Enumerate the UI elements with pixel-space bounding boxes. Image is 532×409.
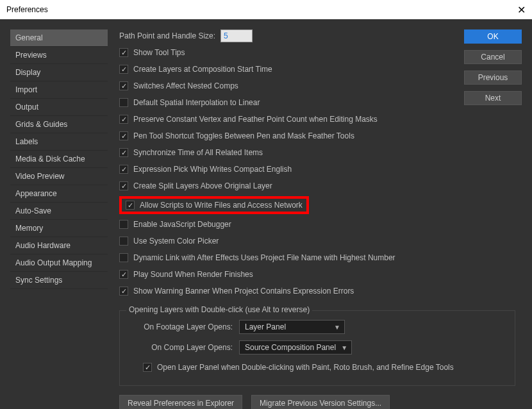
pref-row: Show Tool Tips — [119, 46, 515, 59]
sidebar-item-audio-output-mapping[interactable]: Audio Output Mapping — [10, 255, 108, 272]
cancel-button[interactable]: Cancel — [464, 50, 522, 64]
comp-layer-value: Source Composition Panel — [245, 343, 336, 352]
checkbox-label: Default Spatial Interpolation to Linear — [133, 98, 260, 107]
pref-row: Use System Color Picker — [119, 235, 515, 247]
checkbox[interactable] — [119, 98, 128, 107]
chevron-down-icon: ▼ — [334, 324, 340, 331]
handle-size-row: Path Point and Handle Size: — [119, 29, 515, 42]
pref-row: Dynamic Link with After Effects Uses Pro… — [119, 251, 515, 264]
sidebar-item-video-preview[interactable]: Video Preview — [10, 168, 108, 185]
opening-layers-group: Opening Layers with Double-click (use Al… — [119, 310, 515, 386]
reveal-preferences-button[interactable]: Reveal Preferences in Explorer — [119, 395, 242, 409]
pref-row: Allow Scripts to Write Files and Access … — [119, 196, 515, 214]
checkbox[interactable] — [119, 165, 128, 174]
open-layer-panel-label: Open Layer Panel when Double-clicking wi… — [157, 363, 454, 372]
pref-row: Switches Affect Nested Comps — [119, 79, 515, 92]
sidebar-item-previews[interactable]: Previews — [10, 47, 108, 64]
checkbox-label: Play Sound When Render Finishes — [133, 270, 253, 279]
sidebar-item-general[interactable]: General — [10, 29, 108, 47]
sidebar-item-audio-hardware[interactable]: Audio Hardware — [10, 237, 108, 255]
checkbox[interactable] — [126, 201, 135, 210]
preferences-sidebar: GeneralPreviewsDisplayImportOutputGrids … — [10, 29, 108, 399]
footage-layer-value: Layer Panel — [245, 322, 286, 331]
sidebar-item-display[interactable]: Display — [10, 64, 108, 81]
migrate-settings-button[interactable]: Migrate Previous Version Settings... — [251, 395, 390, 409]
dialog-action-buttons: OK Cancel Previous Next — [464, 29, 522, 105]
checkbox-label: Allow Scripts to Write Files and Access … — [140, 201, 303, 210]
checkbox-label: Enable JavaScript Debugger — [133, 220, 231, 229]
footage-layer-label: On Footage Layer Opens: — [130, 322, 233, 331]
sidebar-item-output[interactable]: Output — [10, 99, 108, 116]
pref-row: Synchronize Time of All Related Items — [119, 146, 515, 159]
preferences-main: Path Point and Handle Size: Show Tool Ti… — [113, 29, 522, 399]
checkbox[interactable] — [119, 81, 128, 90]
pref-row: Create Split Layers Above Original Layer — [119, 179, 515, 192]
checkbox-label: Expression Pick Whip Writes Compact Engl… — [133, 165, 292, 174]
checkbox[interactable] — [119, 131, 128, 140]
sidebar-item-media-disk-cache[interactable]: Media & Disk Cache — [10, 151, 108, 168]
title-bar: Preferences ✕ — [0, 0, 532, 19]
checkbox[interactable] — [119, 65, 128, 74]
window-title: Preferences — [6, 5, 48, 14]
checkbox[interactable] — [119, 220, 128, 229]
pref-row: Preserve Constant Vertex and Feather Poi… — [119, 113, 515, 126]
checkbox[interactable] — [119, 48, 128, 57]
open-layer-panel-checkbox[interactable] — [143, 363, 152, 372]
handle-size-input[interactable] — [220, 29, 253, 42]
previous-button[interactable]: Previous — [464, 71, 522, 85]
checkbox-label: Show Warning Banner When Project Contain… — [133, 287, 354, 296]
pref-row: Default Spatial Interpolation to Linear — [119, 96, 515, 109]
checkbox-label: Switches Affect Nested Comps — [133, 81, 238, 90]
sidebar-item-sync-settings[interactable]: Sync Settings — [10, 272, 108, 289]
dialog-body: GeneralPreviewsDisplayImportOutputGrids … — [0, 19, 532, 409]
checkbox[interactable] — [119, 181, 128, 190]
checkbox[interactable] — [119, 237, 128, 246]
sidebar-item-auto-save[interactable]: Auto-Save — [10, 203, 108, 220]
pref-row: Expression Pick Whip Writes Compact Engl… — [119, 163, 515, 176]
checkbox-label: Show Tool Tips — [133, 48, 185, 57]
ok-button[interactable]: OK — [464, 29, 522, 44]
checkbox-label: Create Layers at Composition Start Time — [133, 65, 272, 74]
checkbox-label: Pen Tool Shortcut Toggles Between Pen an… — [133, 131, 354, 140]
pref-row: Enable JavaScript Debugger — [119, 218, 515, 231]
sidebar-item-import[interactable]: Import — [10, 81, 108, 99]
checkbox-label: Synchronize Time of All Related Items — [133, 148, 263, 157]
sidebar-item-labels[interactable]: Labels — [10, 133, 108, 151]
checkbox-label: Create Split Layers Above Original Layer — [133, 181, 272, 190]
comp-layer-select[interactable]: Source Composition Panel ▼ — [239, 340, 352, 355]
pref-row: Pen Tool Shortcut Toggles Between Pen an… — [119, 129, 515, 142]
footage-layer-select[interactable]: Layer Panel ▼ — [239, 320, 345, 334]
comp-layer-label: On Comp Layer Opens: — [130, 343, 233, 352]
next-button[interactable]: Next — [464, 91, 522, 105]
chevron-down-icon: ▼ — [341, 344, 347, 351]
group-title: Opening Layers with Double-click (use Al… — [126, 305, 312, 314]
checkbox[interactable] — [119, 287, 128, 296]
sidebar-item-grids-guides[interactable]: Grids & Guides — [10, 116, 108, 133]
checkbox-label: Dynamic Link with After Effects Uses Pro… — [133, 253, 395, 262]
sidebar-item-appearance[interactable]: Appearance — [10, 185, 108, 203]
pref-row: Show Warning Banner When Project Contain… — [119, 285, 515, 297]
checkbox-label: Preserve Constant Vertex and Feather Poi… — [133, 115, 378, 124]
checkbox[interactable] — [119, 270, 128, 279]
checkbox-label: Use System Color Picker — [133, 237, 219, 246]
handle-size-label: Path Point and Handle Size: — [119, 31, 215, 40]
checkbox[interactable] — [119, 253, 128, 262]
pref-row: Create Layers at Composition Start Time — [119, 63, 515, 76]
sidebar-item-memory[interactable]: Memory — [10, 220, 108, 237]
pref-row: Play Sound When Render Finishes — [119, 268, 515, 281]
highlight-box: Allow Scripts to Write Files and Access … — [119, 196, 309, 214]
checkbox[interactable] — [119, 148, 128, 157]
checkbox[interactable] — [119, 115, 128, 124]
close-icon[interactable]: ✕ — [517, 4, 526, 16]
